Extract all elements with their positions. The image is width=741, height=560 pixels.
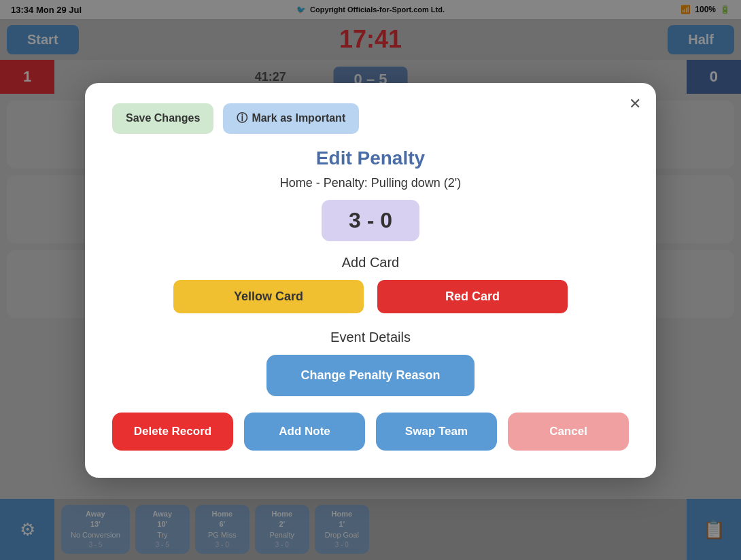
modal-score-badge: 3 - 0 [322, 200, 419, 241]
add-card-title: Add Card [112, 255, 629, 270]
modal-bottom-actions: Delete Record Add Note Swap Team Cancel [112, 413, 629, 451]
modal-overlay: ✕ Save Changes ⓘ Mark as Important Edit … [0, 0, 741, 560]
swap-team-button[interactable]: Swap Team [376, 413, 497, 451]
delete-record-button[interactable]: Delete Record [112, 413, 233, 451]
modal-top-actions: Save Changes ⓘ Mark as Important [112, 103, 629, 134]
event-details-section: Event Details Change Penalty Reason [112, 330, 629, 396]
modal-subtitle: Home - Penalty: Pulling down (2') [112, 176, 629, 190]
save-changes-button[interactable]: Save Changes [112, 103, 213, 134]
modal-score-area: 3 - 0 [112, 200, 629, 241]
info-icon: ⓘ [237, 111, 247, 126]
modal-title: Edit Penalty [112, 147, 629, 169]
event-details-title: Event Details [112, 330, 629, 345]
modal-close-button[interactable]: ✕ [629, 95, 641, 113]
change-penalty-button[interactable]: Change Penalty Reason [266, 355, 474, 396]
mark-important-button[interactable]: ⓘ Mark as Important [223, 103, 359, 134]
mark-important-label: Mark as Important [252, 112, 345, 124]
add-note-button[interactable]: Add Note [244, 413, 365, 451]
yellow-card-button[interactable]: Yellow Card [173, 280, 364, 313]
red-card-button[interactable]: Red Card [377, 280, 568, 313]
cancel-button[interactable]: Cancel [508, 413, 629, 451]
card-buttons: Yellow Card Red Card [112, 280, 629, 313]
edit-penalty-modal: ✕ Save Changes ⓘ Mark as Important Edit … [85, 83, 656, 478]
